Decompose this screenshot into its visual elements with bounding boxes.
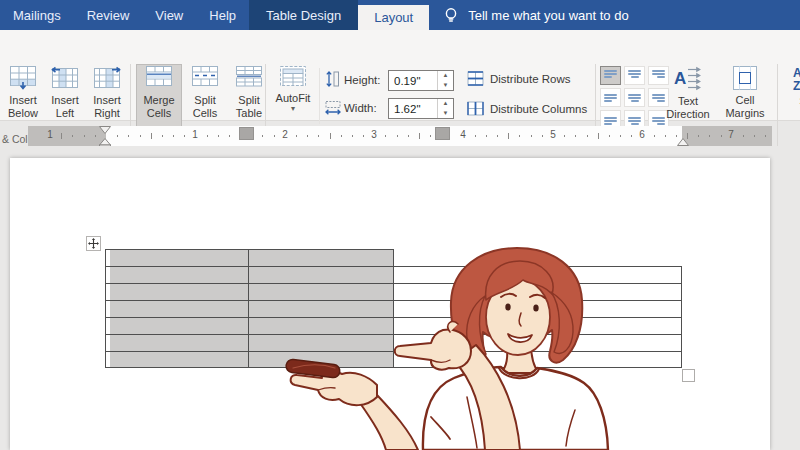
insert-left-button[interactable]: Insert Left — [44, 65, 86, 129]
align-center-button[interactable] — [624, 88, 645, 107]
insert-below-icon — [9, 65, 37, 91]
align-center-left-button[interactable] — [600, 88, 621, 107]
width-field-label: Width: — [344, 102, 377, 114]
tab-layout-active[interactable]: Layout — [358, 5, 429, 30]
move-arrows-icon — [88, 238, 99, 249]
height-field-label: Height: — [344, 74, 380, 86]
ruler-tick — [274, 135, 275, 137]
split-cells-icon — [191, 65, 219, 91]
ruler-tick — [765, 135, 766, 137]
ruler-tick — [385, 135, 386, 137]
tab-mailings[interactable]: Mailings — [0, 0, 74, 30]
woman-pointing-illustration[interactable] — [280, 240, 660, 450]
ruler-tick — [419, 133, 420, 139]
ruler-number: 4 — [460, 129, 466, 140]
right-indent-marker[interactable] — [677, 138, 689, 146]
distribute-columns-button[interactable]: Distribute Columns — [467, 101, 587, 116]
split-table-label: Split Table — [228, 94, 270, 120]
merge-cells-button[interactable]: Merge Cells — [137, 65, 181, 129]
tab-view[interactable]: View — [142, 0, 196, 30]
ruler-tick — [575, 135, 576, 137]
ruler-tick — [430, 135, 431, 137]
text-direction-icon: A — [673, 65, 703, 92]
height-spinner: ▲ ▼ — [437, 71, 453, 90]
table-gridline-vertical — [681, 266, 682, 368]
ruler-tick — [151, 133, 152, 139]
merge-cells-label: Merge Cells — [137, 94, 181, 120]
height-spin-up[interactable]: ▲ — [438, 71, 453, 81]
ruler-tick — [207, 135, 208, 137]
ruler-tick — [218, 135, 219, 137]
ruler-tick — [542, 135, 543, 137]
ruler-tick — [341, 135, 342, 137]
align-top-center-button[interactable] — [624, 66, 645, 85]
table-column-marker[interactable] — [239, 127, 254, 140]
ruler-tick — [173, 135, 174, 137]
ruler-tick — [687, 133, 688, 139]
ruler-tick — [598, 133, 599, 139]
ruler-tick — [564, 135, 565, 137]
insert-right-button[interactable]: Insert Right — [86, 65, 128, 129]
tell-me-box[interactable]: Tell me what you want to do — [429, 0, 628, 30]
text-direction-label: Text Direction — [662, 95, 714, 121]
width-spinner: ▲ ▼ — [437, 99, 453, 118]
table-move-handle[interactable] — [86, 236, 101, 251]
table-column-marker[interactable] — [435, 127, 450, 140]
tab-table-design[interactable]: Table Design — [249, 0, 358, 30]
insert-left-label: Insert Left — [44, 94, 86, 120]
distribute-rows-label: Distribute Rows — [490, 73, 571, 85]
ruler-tick — [363, 135, 364, 137]
split-table-button[interactable]: Split Table — [228, 65, 270, 129]
ruler-tick — [587, 135, 588, 137]
height-value-input[interactable] — [389, 72, 440, 91]
ruler-number: 3 — [371, 129, 377, 140]
ruler-tick — [743, 135, 744, 137]
ruler-tick — [397, 135, 398, 137]
table-gridline-vertical — [248, 249, 249, 368]
align-top-left-button[interactable] — [600, 66, 621, 85]
word-window: { "colors": { "titlebar_blue": "#2b579a"… — [0, 0, 800, 450]
ruler-tick — [61, 133, 62, 139]
ruler-tick — [676, 135, 677, 137]
width-spin-up[interactable]: ▲ — [438, 99, 453, 109]
width-spin-down[interactable]: ▼ — [438, 109, 453, 119]
row-height-icon — [325, 70, 340, 88]
ruler-tick — [318, 135, 319, 137]
ruler-tick — [162, 135, 163, 137]
split-cells-label: Split Cells — [184, 94, 226, 120]
insert-right-label: Insert Right — [86, 94, 128, 120]
svg-text:Z: Z — [793, 79, 800, 92]
horizontal-ruler[interactable]: 1 1 2 3 4 5 6 7 — [28, 126, 772, 146]
first-line-indent-marker[interactable] — [99, 126, 111, 134]
merge-cells-icon — [145, 65, 173, 91]
sort-button[interactable]: A Z S — [783, 65, 800, 129]
lightbulb-icon — [443, 7, 459, 24]
cell-margins-icon — [732, 65, 758, 91]
cell-margins-label: Cell Margins — [720, 94, 770, 120]
height-input[interactable]: ▲ ▼ — [388, 70, 454, 91]
width-value-input[interactable] — [389, 100, 440, 119]
sort-az-icon: A Z — [791, 65, 800, 92]
height-spin-down[interactable]: ▼ — [438, 81, 453, 91]
width-input[interactable]: ▲ ▼ — [388, 98, 454, 119]
ruler-number: 1 — [192, 129, 198, 140]
svg-text:A: A — [793, 66, 800, 80]
ruler-tick — [307, 135, 308, 137]
ruler-tick — [84, 135, 85, 137]
ruler-tick — [296, 135, 297, 137]
table-resize-handle[interactable] — [682, 369, 695, 382]
ruler-tick — [620, 135, 621, 137]
text-direction-button[interactable]: A Text Direction — [662, 65, 714, 129]
cell-margins-button[interactable]: Cell Margins — [720, 65, 770, 129]
distribute-rows-button[interactable]: Distribute Rows — [467, 71, 571, 86]
ruler-tick — [631, 135, 632, 137]
tab-help[interactable]: Help — [196, 0, 249, 30]
split-cells-button[interactable]: Split Cells — [184, 65, 226, 129]
ruler-tick — [408, 135, 409, 137]
distribute-columns-icon — [467, 101, 484, 116]
insert-below-button[interactable]: Insert Below — [2, 65, 44, 129]
autofit-button[interactable]: AutoFit ▾ — [271, 65, 315, 129]
ruler-tick — [665, 135, 666, 137]
tab-review[interactable]: Review — [74, 0, 143, 30]
ruler-tick — [497, 135, 498, 137]
